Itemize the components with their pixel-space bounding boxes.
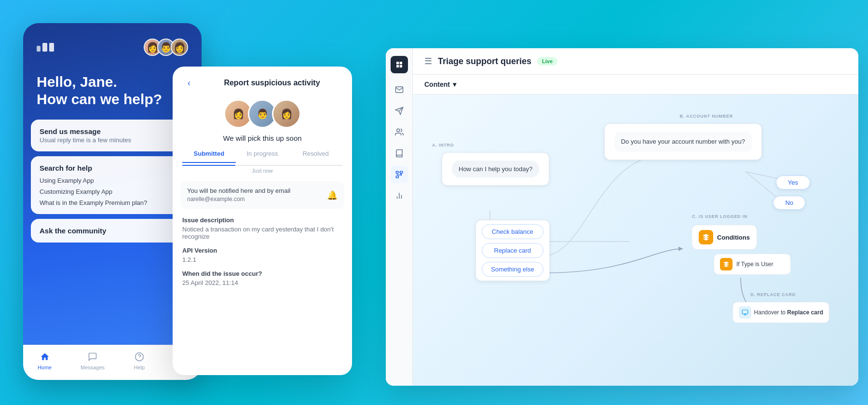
- section-a-label: A. INTRO: [432, 143, 454, 148]
- when-label: When did the issue occur?: [182, 270, 342, 277]
- triage-logo: [391, 56, 408, 73]
- search-help-card: Search for help Using Examply App Custom…: [31, 156, 194, 214]
- content-button[interactable]: Content ▾: [424, 81, 847, 88]
- dialog-header: ‹ Report suspicious activity: [173, 67, 352, 90]
- section-b-label: B. ACCOUNT NUMBER: [680, 114, 733, 119]
- report-dialog: ‹ Report suspicious activity 👩 👨 👩 We wi…: [173, 67, 352, 375]
- svg-rect-8: [399, 65, 402, 68]
- conditions-node: Conditions: [692, 225, 757, 250]
- option-replace-card[interactable]: Replace card: [482, 243, 543, 258]
- account-node: Do you have your account number with you…: [604, 123, 762, 160]
- nav-home[interactable]: Home: [38, 351, 52, 370]
- agent-avatar-3: 👩: [272, 99, 301, 128]
- live-badge: Live: [537, 57, 557, 66]
- intro-node: How can I help you today?: [442, 152, 549, 186]
- if-user-label: If Type is User: [736, 261, 773, 268]
- section-c-label: C. IS USER LOGGED IN: [692, 214, 747, 219]
- tab-resolved[interactable]: Resolved: [289, 150, 342, 163]
- svg-rect-13: [400, 171, 402, 173]
- conditions-icon: [699, 230, 713, 244]
- conditions-label: Conditions: [717, 234, 750, 241]
- triage-canvas: A. INTRO How can I help you today? Check…: [413, 94, 858, 386]
- agent-avatars-row: 👩 👨 👩: [173, 90, 352, 134]
- search-links: Using Examply App Customizing Examply Ap…: [40, 177, 185, 206]
- svg-rect-24: [742, 310, 748, 314]
- community-title: Ask the community: [40, 227, 185, 235]
- hamburger-menu[interactable]: ☰: [424, 56, 432, 67]
- account-bubble: Do you have your account number with you…: [614, 132, 752, 152]
- handover-icon: [739, 306, 751, 319]
- handover-label: Handover to Replace card: [754, 309, 823, 316]
- mobile-header: 👩 👨 👩: [23, 23, 202, 66]
- avatar-3: 👩: [171, 39, 188, 56]
- nav-help-label: Help: [134, 364, 145, 370]
- search-title: Search for help: [40, 164, 185, 172]
- triage-toolbar: Content ▾: [413, 75, 858, 94]
- no-button[interactable]: No: [773, 196, 805, 210]
- notif-email: narelle@example.com: [187, 196, 245, 202]
- svg-rect-14: [396, 176, 398, 178]
- svg-line-22: [746, 172, 779, 200]
- sidebar-flow-icon[interactable]: [391, 166, 408, 183]
- svg-rect-12: [396, 171, 398, 173]
- submitted-time: Just now: [173, 168, 352, 174]
- search-link-1[interactable]: Using Examply App: [40, 177, 185, 184]
- sidebar-send-icon[interactable]: [391, 102, 408, 120]
- send-message-title: Send us message: [40, 127, 185, 135]
- triage-title: Triage support queries: [438, 56, 531, 67]
- greeting-text: Hello, Jane.: [37, 73, 188, 91]
- option-check-balance[interactable]: Check balance: [482, 224, 543, 239]
- if-user-node: If Type is User: [714, 254, 791, 275]
- svg-rect-6: [396, 65, 399, 68]
- sidebar-book-icon[interactable]: [391, 145, 408, 162]
- send-message-card[interactable]: Send us message Usual reply time is a fe…: [31, 120, 194, 151]
- when-value: 25 April 2022, 11:14: [182, 279, 342, 286]
- intro-bubble: How can I help you today?: [452, 161, 539, 177]
- help-icon: [134, 351, 145, 363]
- back-button[interactable]: ‹: [182, 76, 196, 90]
- intro-message: How can I help you today?: [459, 165, 532, 173]
- account-message: Do you have your account number with you…: [621, 138, 745, 145]
- nav-messages-label: Messages: [81, 364, 105, 370]
- yes-button[interactable]: Yes: [776, 176, 810, 189]
- progress-tabs: Submitted In progress Resolved: [173, 150, 352, 163]
- messages-icon: [87, 351, 98, 363]
- community-card[interactable]: Ask the community: [31, 219, 194, 243]
- notif-line1: You will be notified here and by email: [187, 187, 290, 194]
- section-d-label: D. REPLACE CARD: [750, 292, 796, 297]
- issue-label: Issue description: [182, 216, 342, 224]
- api-value: 1.2.1: [182, 256, 342, 263]
- nav-messages[interactable]: Messages: [81, 351, 105, 370]
- tab-submitted[interactable]: Submitted: [182, 150, 236, 163]
- svg-point-11: [396, 129, 399, 132]
- search-link-3[interactable]: What is in the Examply Premium plan?: [40, 199, 185, 206]
- notification-text: You will be notified here and by email n…: [187, 187, 290, 203]
- issue-text: Noticed a transaction on my card yesterd…: [182, 226, 342, 240]
- bell-icon: 🔔: [327, 190, 338, 201]
- sidebar-chart-icon[interactable]: [391, 187, 408, 204]
- dialog-title: Report suspicious activity: [202, 79, 342, 87]
- send-message-subtitle: Usual reply time is a few minutes: [40, 136, 185, 144]
- tab-in-progress[interactable]: In progress: [236, 150, 289, 163]
- issue-section: Issue description Noticed a transaction …: [173, 216, 352, 286]
- handover-node: Handover to Replace card: [732, 302, 829, 323]
- handover-target: Replace card: [787, 309, 823, 316]
- svg-rect-7: [399, 62, 402, 64]
- sidebar-inbox-icon[interactable]: [391, 81, 408, 98]
- progress-track: [182, 165, 342, 166]
- content-label: Content: [424, 81, 450, 88]
- sidebar-people-icon[interactable]: [391, 123, 408, 141]
- chevron-down-icon: ▾: [453, 81, 456, 88]
- svg-rect-5: [396, 62, 399, 64]
- search-link-2[interactable]: Customizing Examply App: [40, 188, 185, 195]
- triage-sidebar: [386, 48, 413, 386]
- option-something-else[interactable]: Something else: [482, 262, 543, 277]
- options-node: Check balance Replace card Something els…: [475, 220, 550, 281]
- agent-avatar-group: 👩 👨 👩: [144, 39, 188, 56]
- home-icon: [39, 351, 51, 363]
- nav-home-label: Home: [38, 364, 52, 370]
- nav-help[interactable]: Help: [134, 351, 145, 370]
- api-label: API Version: [182, 247, 342, 254]
- greeting-subtext: How can we help?: [37, 91, 188, 108]
- triage-panel: ☰ Triage support queries Live Content ▾: [386, 48, 858, 386]
